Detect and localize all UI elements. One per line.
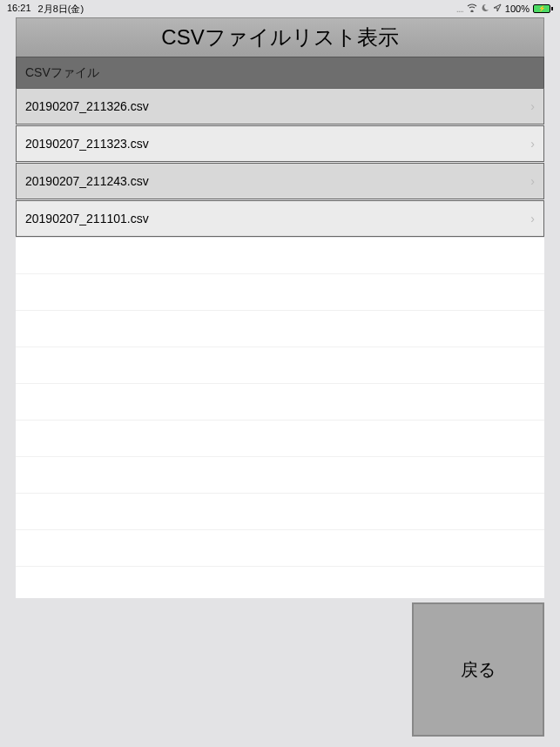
- location-icon: [493, 3, 502, 14]
- status-left: 16:21 2月8日(金): [7, 3, 84, 16]
- chevron-right-icon: ›: [530, 137, 535, 151]
- empty-row: [16, 347, 544, 384]
- status-right: .... 100% ⚡: [456, 3, 553, 14]
- file-name: 20190207_211101.csv: [25, 212, 149, 225]
- file-name: 20190207_211326.csv: [25, 99, 149, 113]
- chevron-right-icon: ›: [530, 212, 535, 225]
- content-area: [16, 238, 544, 598]
- chevron-right-icon: ›: [530, 99, 535, 113]
- status-date: 2月8日(金): [38, 3, 84, 16]
- section-header-label: CSVファイル: [25, 65, 99, 81]
- file-row[interactable]: 20190207_211323.csv ›: [16, 125, 544, 162]
- empty-row: [16, 457, 544, 494]
- empty-row: [16, 238, 544, 274]
- empty-row: [16, 494, 544, 530]
- signal-dots-icon: ....: [456, 3, 463, 14]
- moon-icon: [481, 3, 489, 14]
- file-row[interactable]: 20190207_211326.csv ›: [16, 88, 544, 124]
- empty-row: [16, 311, 544, 347]
- empty-row: [16, 274, 544, 311]
- back-button[interactable]: 戻る: [412, 602, 544, 737]
- page-title: CSVファイルリスト表示: [161, 24, 398, 51]
- empty-row: [16, 530, 544, 567]
- file-name: 20190207_211243.csv: [25, 174, 149, 188]
- battery-percentage: 100%: [505, 3, 530, 14]
- file-name: 20190207_211323.csv: [25, 137, 149, 151]
- wifi-icon: [467, 3, 477, 14]
- file-row[interactable]: 20190207_211243.csv ›: [16, 163, 544, 199]
- status-bar: 16:21 2月8日(金) .... 100% ⚡: [0, 0, 560, 17]
- empty-row: [16, 421, 544, 457]
- back-button-label: 戻る: [461, 658, 496, 682]
- file-list: 20190207_211326.csv › 20190207_211323.cs…: [16, 88, 544, 237]
- file-row[interactable]: 20190207_211101.csv ›: [16, 200, 544, 237]
- status-time: 16:21: [7, 3, 31, 16]
- title-bar: CSVファイルリスト表示: [16, 17, 544, 57]
- battery-icon: ⚡: [533, 4, 553, 13]
- section-header: CSVファイル: [16, 57, 544, 88]
- chevron-right-icon: ›: [530, 174, 535, 188]
- empty-row: [16, 384, 544, 421]
